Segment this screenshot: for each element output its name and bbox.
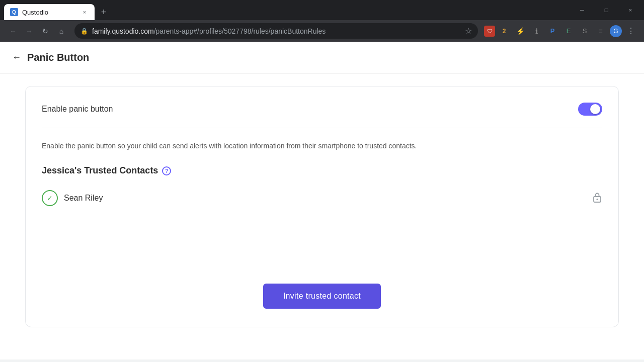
tab-title: Qustodio bbox=[22, 9, 76, 16]
page-header: ← Panic Button bbox=[0, 42, 644, 74]
tab-bar: Q Qustodio × + bbox=[0, 0, 569, 20]
page-title: Panic Button bbox=[27, 52, 89, 63]
section-title-text: Jessica's Trusted Contacts bbox=[42, 165, 158, 176]
svg-point-1 bbox=[597, 199, 598, 200]
navigation-bar: ← → ↻ ⌂ 🔒 family.qustodio.com/parents-ap… bbox=[0, 20, 644, 42]
description-text: Enable the panic button so your child ca… bbox=[42, 140, 602, 151]
maximize-button[interactable]: □ bbox=[595, 2, 618, 18]
profile-avatar[interactable]: G bbox=[610, 25, 622, 37]
ext-icon-8[interactable]: ≡ bbox=[594, 24, 608, 38]
section-title-row: Jessica's Trusted Contacts ? bbox=[42, 165, 602, 176]
close-button[interactable]: × bbox=[619, 2, 642, 18]
page-body: Enable panic button Enable the panic but… bbox=[0, 74, 644, 339]
bookmark-button[interactable]: ☆ bbox=[465, 26, 472, 36]
tab-favicon: Q bbox=[10, 8, 18, 16]
lock-icon: 🔒 bbox=[80, 28, 88, 35]
ext-icon-1[interactable]: 🛡 bbox=[484, 26, 495, 37]
ext-icon-7[interactable]: S bbox=[578, 24, 592, 38]
toggle-slider bbox=[578, 103, 602, 116]
address-path: /parents-app#/profiles/5027798/rules/pan… bbox=[154, 27, 326, 35]
ext-icon-2[interactable]: 2 bbox=[497, 24, 511, 38]
settings-card: Enable panic button Enable the panic but… bbox=[25, 86, 619, 327]
tab-close-button[interactable]: × bbox=[80, 8, 89, 16]
address-bar[interactable]: 🔒 family.qustodio.com/parents-app#/profi… bbox=[74, 23, 478, 39]
new-tab-button[interactable]: + bbox=[97, 5, 111, 19]
page-content: ← Panic Button Enable panic button Enabl… bbox=[0, 42, 644, 359]
active-tab[interactable]: Q Qustodio × bbox=[4, 4, 95, 20]
ext-icon-6[interactable]: E bbox=[561, 24, 576, 38]
forward-button[interactable]: → bbox=[22, 24, 36, 38]
home-button[interactable]: ⌂ bbox=[54, 24, 68, 38]
invite-trusted-contact-button[interactable]: Invite trusted contact bbox=[263, 284, 381, 309]
toggle-label: Enable panic button bbox=[42, 105, 113, 114]
browser-extensions: 🛡 2 ⚡ ℹ P E S ≡ G ⋮ bbox=[484, 24, 638, 38]
contact-left: ✓ Sean Riley bbox=[42, 190, 103, 206]
contact-check-icon: ✓ bbox=[42, 190, 58, 206]
contact-name: Sean Riley bbox=[64, 194, 103, 203]
ext-icon-4[interactable]: ℹ bbox=[529, 24, 543, 38]
address-text: family.qustodio.com/parents-app#/profile… bbox=[92, 27, 461, 35]
ext-icon-3[interactable]: ⚡ bbox=[513, 24, 527, 38]
invite-button-wrapper: Invite trusted contact bbox=[26, 272, 618, 313]
back-arrow-button[interactable]: ← bbox=[12, 52, 21, 63]
back-button[interactable]: ← bbox=[6, 24, 20, 38]
extensions-menu[interactable]: ⋮ bbox=[624, 24, 638, 38]
ext-icon-5[interactable]: P bbox=[545, 24, 559, 38]
section-help-icon[interactable]: ? bbox=[162, 166, 171, 175]
window-controls: ─ □ × bbox=[569, 0, 644, 20]
toggle-row: Enable panic button bbox=[42, 103, 602, 116]
browser-chrome: Q Qustodio × + ─ □ × ← → ↻ ⌂ 🔒 family.qu… bbox=[0, 0, 644, 42]
address-domain: family.qustodio.com bbox=[92, 27, 154, 35]
panic-button-toggle[interactable] bbox=[578, 103, 602, 116]
contact-row: ✓ Sean Riley bbox=[42, 186, 602, 210]
divider bbox=[42, 128, 602, 128]
check-mark: ✓ bbox=[47, 194, 53, 202]
contact-lock-icon bbox=[592, 192, 602, 205]
minimize-button[interactable]: ─ bbox=[571, 2, 594, 18]
refresh-button[interactable]: ↻ bbox=[38, 24, 52, 38]
